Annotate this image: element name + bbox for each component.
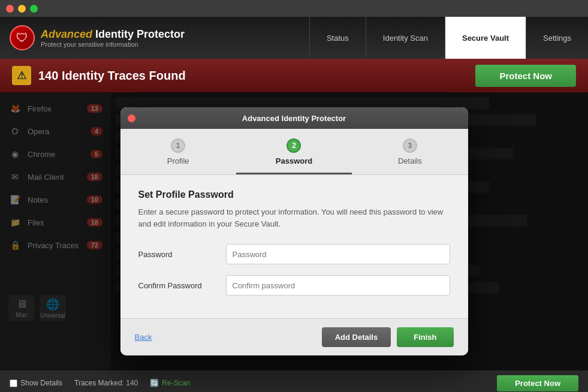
modal-footer: Back Add Details Finish [120,318,468,355]
alert-left: ⚠ 140 Identity Traces Found [12,66,186,85]
password-input[interactable] [226,244,450,264]
modal-dialog: Advanced Identity Protector 1 Profile 2 … [120,107,468,355]
maximize-button[interactable] [30,5,38,13]
footer-buttons: Add Details Finish [322,327,454,347]
app-name-rest: Identity Protector [92,28,185,40]
add-details-button[interactable]: Add Details [322,327,391,347]
modal-title: Advanced Identity Protector [242,114,346,123]
nav-tabs: Status Identity Scan Secure Vault Settin… [309,17,588,59]
confirm-password-label: Confirm Password [138,281,216,290]
app-name-italic: Advanced [41,28,92,40]
rescan-icon: 🔄 [150,379,159,387]
modal-section-desc: Enter a secure password to protect your … [138,206,450,230]
traces-marked-text: Traces Marked: 140 [74,379,138,387]
tab-settings[interactable]: Settings [526,17,588,59]
finish-button[interactable]: Finish [397,327,453,347]
app-title: Advanced Identity Protector Protect your… [41,28,185,48]
step-password-label: Password [276,156,312,165]
warning-icon: ⚠ [12,66,31,85]
bottom-bar: Show Details Traces Marked: 140 🔄 Re-Sca… [0,370,588,392]
step-profile-circle: 1 [171,138,185,153]
confirm-password-input[interactable] [226,275,450,295]
modal-titlebar: Advanced Identity Protector [120,107,468,129]
tab-identity-scan[interactable]: Identity Scan [366,17,445,59]
protect-now-button-bottom[interactable]: Protect Now [497,375,578,391]
main-content: 🦊 Firefox 13 O Opera 4 ◉ Chrome 5 ✉ Mail… [0,92,588,370]
show-details-checkbox-label[interactable]: Show Details [10,379,62,387]
alert-message: 140 Identity Traces Found [38,69,186,83]
modal-body: Set Profile Password Enter a secure pass… [120,175,468,318]
modal-overlay: Advanced Identity Protector 1 Profile 2 … [0,92,588,370]
alert-banner: ⚠ 140 Identity Traces Found Protect Now [0,59,588,92]
title-bar [0,0,588,17]
step-details: 3 Details [352,138,468,174]
shield-icon: 🛡 [10,25,35,50]
modal-close-button[interactable] [128,114,135,122]
close-button[interactable] [6,5,14,13]
wizard-steps: 1 Profile 2 Password 3 Details [120,129,468,175]
minimize-button[interactable] [18,5,26,13]
step-profile-label: Profile [167,156,189,165]
show-details-checkbox[interactable] [10,379,17,387]
tab-secure-vault[interactable]: Secure Vault [445,17,526,59]
back-link[interactable]: Back [135,333,152,342]
modal-section-title: Set Profile Password [138,189,450,200]
app-logo: 🛡 Advanced Identity Protector Protect yo… [10,25,185,50]
app-name: Advanced Identity Protector [41,28,185,41]
step-details-label: Details [398,156,422,165]
step-profile: 1 Profile [120,138,236,174]
app-header: 🛡 Advanced Identity Protector Protect yo… [0,17,588,59]
password-label: Password [138,250,216,259]
confirm-password-row: Confirm Password [138,275,450,295]
show-details-label: Show Details [20,379,62,387]
rescan-button[interactable]: 🔄 Re-Scan [150,379,190,387]
protect-now-button-header[interactable]: Protect Now [475,65,576,87]
tab-status[interactable]: Status [309,17,366,59]
step-details-circle: 3 [403,138,417,153]
app-subtitle: Protect your sensitive information [41,41,185,48]
password-row: Password [138,244,450,264]
step-password-circle: 2 [287,138,301,153]
step-password: 2 Password [236,138,352,174]
rescan-label: Re-Scan [162,379,190,387]
